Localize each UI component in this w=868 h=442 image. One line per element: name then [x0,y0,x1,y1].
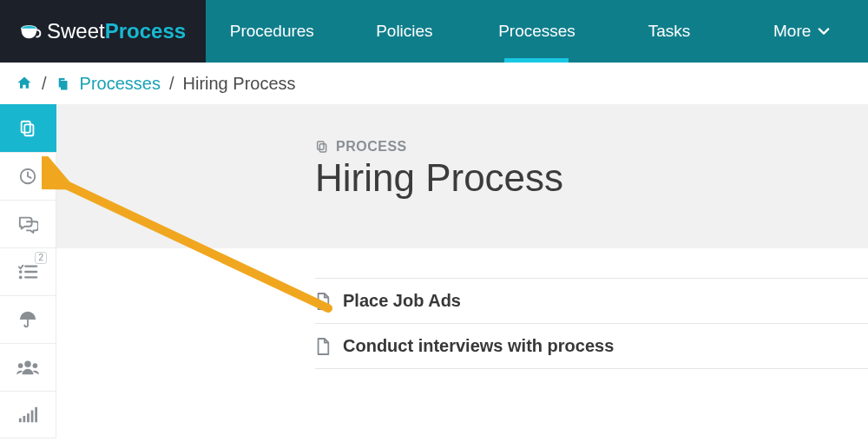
nav-policies[interactable]: Policies [339,0,471,63]
chevron-down-icon [818,25,830,37]
main: PROCESS Hiring Process Place Job Ads Con… [56,104,868,442]
side-rail: 2 [0,104,56,442]
cup-icon [19,20,42,43]
copy-icon [315,140,329,154]
document-icon [315,292,331,311]
svg-point-11 [18,363,23,368]
document-icon [315,337,331,356]
side-stats[interactable] [0,391,56,439]
svg-point-10 [24,361,30,367]
step-item[interactable]: Place Job Ads [315,278,868,324]
page-title: Hiring Process [315,156,868,200]
copy-icon [56,76,71,91]
svg-point-9 [19,276,23,280]
people-icon [16,359,39,376]
nav-tasks[interactable]: Tasks [603,0,736,63]
svg-rect-2 [24,124,33,135]
topbar: SweetProcess Procedures Policies Process… [0,0,868,63]
kicker: PROCESS [315,139,868,155]
chat-icon [17,214,38,234]
brand-logo: SweetProcess [19,19,186,43]
brand[interactable]: SweetProcess [0,0,206,63]
svg-rect-18 [319,144,326,152]
step-label: Conduct interviews with process [343,336,614,356]
svg-rect-17 [35,406,37,421]
checklist-icon [17,263,38,280]
breadcrumb-processes[interactable]: Processes [80,74,161,94]
nav-more[interactable]: More [735,0,868,63]
side-comments[interactable] [0,200,56,247]
svg-point-8 [19,270,23,274]
side-coverage[interactable] [0,295,56,343]
step-label: Place Job Ads [343,291,461,311]
breadcrumb: / Processes / Hiring Process [0,63,868,104]
hero: PROCESS Hiring Process [56,104,868,248]
side-docs[interactable] [0,104,56,152]
breadcrumb-sep: / [42,74,47,94]
home-icon[interactable] [16,75,33,92]
svg-point-12 [33,363,38,368]
side-history[interactable] [0,152,56,200]
svg-rect-13 [19,418,22,422]
nav-processes[interactable]: Processes [470,0,603,63]
side-badge: 2 [35,252,47,264]
umbrella-icon [18,310,37,329]
side-team[interactable] [0,343,56,391]
nav-procedures[interactable]: Procedures [206,0,339,63]
body: 2 [0,104,868,442]
copy-icon [18,119,37,138]
svg-rect-19 [318,142,324,149]
step-item[interactable]: Conduct interviews with process [315,324,868,369]
bars-icon [18,406,37,424]
clock-icon [18,167,37,186]
breadcrumb-sep: / [169,74,174,94]
steps-list: Place Job Ads Conduct interviews with pr… [315,278,868,369]
svg-rect-15 [27,413,30,422]
brand-text: SweetProcess [47,19,186,43]
svg-rect-16 [31,410,34,422]
side-tasks[interactable]: 2 [0,247,56,295]
svg-rect-3 [22,122,30,133]
primary-nav: Procedures Policies Processes Tasks More [206,0,868,63]
svg-rect-14 [23,415,26,421]
breadcrumb-current: Hiring Process [183,74,296,94]
